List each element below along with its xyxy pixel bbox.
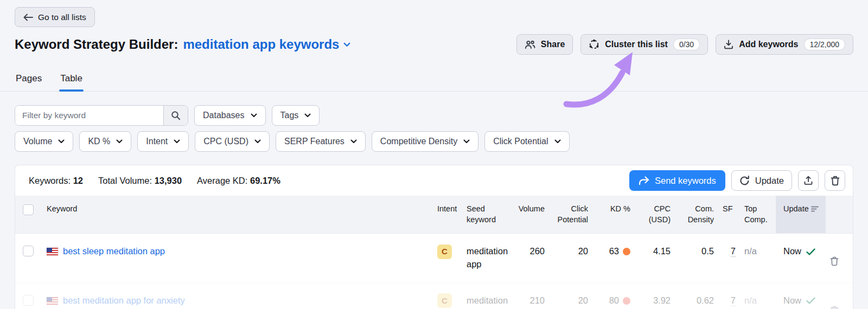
- click-potential-filter-label: Click Potential: [493, 137, 548, 146]
- kd-difficulty-dot: [623, 248, 630, 255]
- table-row: best meditation app for anxiety C medita…: [15, 282, 853, 309]
- header-cpc[interactable]: CPC (USD): [635, 196, 675, 233]
- page-title: Keyword Strategy Builder: meditation app…: [15, 37, 350, 52]
- keywords-count-badge: 12/2,000: [804, 38, 846, 50]
- cluster-icon: [589, 39, 599, 50]
- header-com-density[interactable]: Com. Density: [675, 196, 718, 233]
- share-button[interactable]: Share: [516, 34, 573, 55]
- average-kd-label: Average KD:: [197, 176, 247, 185]
- export-button[interactable]: [798, 170, 819, 191]
- total-volume-value: 13,930: [155, 176, 182, 185]
- back-button-label: Go to all lists: [38, 12, 86, 22]
- delete-list-button[interactable]: [825, 170, 845, 191]
- kd-filter-label: KD %: [88, 137, 110, 146]
- us-flag-icon: [47, 248, 58, 255]
- header-keyword[interactable]: Keyword: [42, 196, 433, 223]
- keyword-filter-input[interactable]: [15, 106, 163, 125]
- intent-filter-dropdown[interactable]: Intent: [137, 131, 189, 152]
- click-potential-cell: 20: [549, 283, 592, 309]
- chevron-down-icon: [251, 113, 257, 118]
- updated-value: Now: [783, 294, 801, 307]
- header-kd[interactable]: KD %: [592, 196, 635, 223]
- header-intent[interactable]: Intent: [433, 196, 462, 223]
- page-title-text: Keyword Strategy Builder:: [15, 37, 178, 52]
- intent-filter-label: Intent: [146, 137, 168, 146]
- arrow-left-icon: [23, 14, 33, 21]
- serp-features-count[interactable]: 7: [731, 295, 736, 306]
- keywords-count-label: Keywords:: [29, 176, 71, 185]
- send-keywords-label: Send keywords: [655, 176, 716, 186]
- select-all-checkbox[interactable]: [23, 204, 34, 215]
- serp-features-count[interactable]: 7: [731, 246, 736, 257]
- table-header-row: Keyword Intent Seed keyword Volume Click…: [15, 196, 853, 233]
- cpc-filter-dropdown[interactable]: CPC (USD): [195, 131, 270, 152]
- header-click-potential[interactable]: Click Potential: [549, 196, 592, 233]
- average-kd-value: 69.17%: [250, 176, 280, 185]
- keyword-link[interactable]: best meditation app for anxiety: [63, 294, 185, 307]
- kd-difficulty-dot: [623, 297, 630, 305]
- delete-row-button[interactable]: [830, 294, 843, 309]
- header-top-comp[interactable]: Top Comp.: [740, 196, 776, 233]
- header-seed-keyword[interactable]: Seed keyword: [462, 196, 511, 233]
- cluster-this-list-button[interactable]: Cluster this list 0/30: [580, 34, 708, 55]
- kd-value: 80: [609, 294, 619, 307]
- row-checkbox[interactable]: [23, 295, 34, 306]
- trash-icon: [831, 176, 840, 186]
- cpc-filter-label: CPC (USD): [203, 137, 248, 146]
- total-volume-label: Total Volume:: [98, 176, 152, 185]
- row-checkbox[interactable]: [23, 246, 34, 256]
- update-label: Update: [755, 176, 784, 186]
- serp-features-filter-dropdown[interactable]: SERP Features: [276, 131, 366, 152]
- intent-badge[interactable]: C: [437, 293, 452, 308]
- databases-dropdown[interactable]: Databases: [194, 105, 266, 126]
- delete-row-button[interactable]: [830, 245, 843, 268]
- cluster-count-badge: 0/30: [673, 38, 700, 50]
- export-icon: [803, 176, 813, 185]
- click-potential-cell: 20: [549, 234, 592, 269]
- click-potential-filter-dropdown[interactable]: Click Potential: [484, 131, 569, 152]
- top-comp-cell: n/a: [740, 234, 776, 269]
- share-label: Share: [541, 40, 565, 49]
- go-to-all-lists-button[interactable]: Go to all lists: [15, 7, 95, 27]
- header-updated-label: Update: [783, 204, 809, 215]
- header-sf[interactable]: SF: [718, 196, 740, 223]
- updated-value: Now: [783, 245, 801, 258]
- tags-label: Tags: [280, 111, 299, 120]
- tab-pages[interactable]: Pages: [15, 69, 43, 91]
- volume-filter-label: Volume: [23, 137, 52, 146]
- import-icon: [724, 40, 733, 49]
- com-density-cell: 0.5: [675, 234, 718, 269]
- tab-table[interactable]: Table: [59, 69, 84, 91]
- volume-cell: 210: [511, 283, 549, 309]
- tags-dropdown[interactable]: Tags: [272, 105, 320, 126]
- us-flag-icon: [47, 297, 58, 305]
- volume-cell: 260: [511, 234, 549, 269]
- chevron-down-icon: [554, 139, 561, 144]
- check-icon: [806, 297, 815, 304]
- competitive-density-filter-label: Competitive Density: [380, 137, 457, 146]
- keyword-link[interactable]: best sleep meditation app: [63, 245, 165, 258]
- update-button[interactable]: Update: [731, 170, 792, 191]
- com-density-cell: 0.62: [675, 283, 718, 309]
- intent-badge[interactable]: C: [437, 244, 452, 259]
- list-name-dropdown[interactable]: meditation app keywords: [183, 37, 350, 52]
- refresh-icon: [739, 176, 750, 186]
- chevron-down-icon: [343, 42, 350, 47]
- add-keywords-button[interactable]: Add keywords 12/2,000: [716, 34, 853, 55]
- chevron-down-icon: [116, 139, 123, 144]
- send-arrow-icon: [639, 176, 649, 185]
- competitive-density-filter-dropdown[interactable]: Competitive Density: [372, 131, 478, 152]
- list-name-label: meditation app keywords: [183, 37, 339, 52]
- cluster-label: Cluster this list: [605, 40, 668, 49]
- cpc-cell: 4.15: [635, 234, 675, 269]
- header-updated[interactable]: Update: [776, 196, 826, 233]
- volume-filter-dropdown[interactable]: Volume: [15, 131, 73, 152]
- header-volume[interactable]: Volume: [511, 196, 549, 223]
- chevron-down-icon: [58, 139, 65, 144]
- chevron-down-icon: [463, 139, 470, 144]
- search-button[interactable]: [163, 106, 188, 125]
- list-stats: Keywords: 12 Total Volume: 13,930 Averag…: [29, 176, 280, 186]
- kd-filter-dropdown[interactable]: KD %: [79, 131, 131, 152]
- people-icon: [525, 40, 535, 49]
- send-keywords-button[interactable]: Send keywords: [629, 170, 725, 191]
